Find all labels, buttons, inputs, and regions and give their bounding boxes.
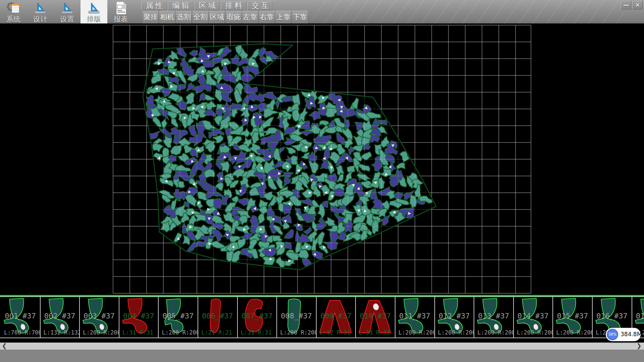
piece-id-label: 005_#37 [159, 312, 197, 320]
tool-snap-bottom[interactable]: 下靠 [292, 11, 308, 23]
minimize-button[interactable]: — [621, 1, 631, 9]
piece-id-label: 002_#37 [41, 312, 79, 320]
tool-defect[interactable]: 瑕疵 [226, 11, 242, 23]
menu-properties[interactable]: 属性 [141, 1, 167, 10]
tool-button-row: 聚排相机选割全割区域瑕疵左靠右靠上靠下靠 [143, 11, 309, 23]
piece-lr-count: L:200 R:200 [556, 329, 593, 336]
thumbnail-001_#37[interactable]: 001_#37L:700 R:700 [1, 297, 41, 338]
memory-percent-indicator: 38% [607, 329, 618, 340]
toolbar-streak-pattern [312, 0, 624, 23]
piece-id-label: 004_#37 [119, 312, 158, 320]
main-toolbar: 系统设计设置排版报表 属性编辑区域排料交互 聚排相机选割全割区域瑕疵左靠右靠上靠… [0, 0, 644, 24]
thumbnail-013_#37[interactable]: 013_#37L:200 R:200 [474, 297, 514, 338]
big-button-report[interactable]: 报表 [107, 0, 134, 23]
nesting-app-window: { "window": { "controls": [ {"name": "mi… [0, 0, 644, 362]
scroll-right-arrow-icon[interactable]: ❯ [635, 343, 643, 350]
piece-lr-count: L:32 R:31 [320, 329, 351, 336]
thumbnail-007_#37[interactable]: 007_#37L:31 R:31 [238, 297, 277, 338]
ruler-icon [60, 1, 74, 15]
big-button-label: 系统 [6, 15, 20, 23]
piece-id-label: 011_#37 [395, 312, 434, 320]
piece-lr-count: L:200 R:200 [83, 329, 119, 336]
tool-camera[interactable]: 相机 [159, 11, 175, 23]
thumbnail-014_#37[interactable]: 014_#37L:200 R:200 [514, 297, 553, 338]
piece-id-label: 009_#37 [317, 312, 355, 320]
piece-id-label: 007_#37 [238, 312, 276, 320]
piece-lr-count: L:200 R:200 [438, 329, 475, 336]
big-button-label: 排版 [87, 15, 101, 23]
piece-lr-count: L:200 R:200 [162, 329, 198, 336]
piece-id-label: 003_#37 [80, 312, 118, 320]
big-button-system[interactable]: 系统 [0, 0, 27, 23]
thumbnail-008_#37[interactable]: 008_#37L:200 R:200 [277, 297, 317, 338]
big-button-settings[interactable]: 设置 [54, 0, 80, 23]
system-icon [6, 1, 21, 15]
thumbnail-010_#37[interactable]: 010_#37L:33 R:33 [356, 297, 395, 338]
piece-id-label: 016_#37 [593, 312, 631, 320]
memory-usage-badge: 38% 384.8M [606, 328, 641, 341]
piece-id-label: 006_#37 [198, 312, 237, 320]
big-button-label: 设计 [33, 15, 47, 23]
big-button-design[interactable]: 设计 [27, 0, 54, 23]
thumbnail-015_#37[interactable]: 015_#37L:200 R:200 [553, 297, 593, 338]
thumbnail-005_#37[interactable]: 005_#37L:200 R:200 [159, 297, 198, 338]
piece-id-label: 015_#37 [553, 312, 592, 320]
piece-lr-count: L:700 R:700 [4, 329, 41, 336]
menu-interact[interactable]: 交互 [247, 1, 273, 10]
tool-cluster-nest[interactable]: 聚排 [143, 11, 159, 23]
big-button-label: 设置 [60, 15, 74, 23]
tool-snap-right[interactable]: 右靠 [259, 11, 275, 23]
nesting-canvas[interactable] [0, 23, 644, 295]
piece-lr-count: L:31 R:31 [122, 329, 153, 336]
close-button[interactable]: ✕ [632, 1, 643, 9]
status-bar [0, 350, 644, 362]
mode-button-group: 系统设计设置排版报表 [0, 0, 134, 23]
tool-select-cut[interactable]: 选割 [176, 11, 192, 23]
horizontal-scrollbar[interactable]: ❮ ❯ [0, 343, 644, 350]
piece-lr-count: L:21 R:21 [201, 329, 232, 336]
thumbnail-002_#37[interactable]: 002_#37L:132 R:132 [41, 297, 80, 338]
thumbnail-list: 001_#37L:700 R:700002_#37L:132 R:132003_… [0, 296, 644, 338]
ruler-icon [33, 1, 48, 15]
piece-lr-count: L:200 R:200 [477, 329, 514, 336]
piece-id-label: 008_#37 [277, 312, 316, 320]
tool-snap-top[interactable]: 上靠 [275, 11, 291, 23]
menu-bar: 属性编辑区域排料交互 [141, 1, 274, 10]
piece-lr-count: L:33 R:33 [359, 329, 390, 336]
thumbnail-009_#37[interactable]: 009_#37L:32 R:31 [317, 297, 356, 338]
thumbnail-012_#37[interactable]: 012_#37L:200 R:200 [435, 297, 475, 338]
piece-id-label: 010_#37 [356, 312, 394, 320]
menu-region[interactable]: 区域 [194, 1, 220, 10]
ruler-icon [87, 1, 101, 15]
piece-lr-count: L:200 R:200 [280, 329, 317, 336]
report-icon [113, 1, 128, 15]
window-controls: —✕ [620, 1, 643, 9]
scroll-left-arrow-icon[interactable]: ❮ [1, 343, 8, 350]
piece-lr-count: L:31 R:31 [241, 329, 272, 336]
piece-thumbnail-strip: 001_#37L:700 R:700002_#37L:132 R:132003_… [0, 295, 644, 343]
tool-cut-all[interactable]: 全割 [193, 11, 209, 23]
memory-size-label: 384.8M [621, 331, 642, 338]
big-button-layout[interactable]: 排版 [80, 0, 107, 23]
menu-nesting[interactable]: 排料 [221, 1, 247, 10]
piece-lr-count: L:200 R:200 [398, 329, 435, 336]
tool-snap-left[interactable]: 左靠 [242, 11, 258, 23]
piece-id-label: 014_#37 [514, 312, 552, 320]
piece-id-label: 001_#37 [1, 312, 40, 320]
piece-lr-count: L:132 R:132 [44, 329, 80, 336]
nesting-canvas-svg [0, 23, 644, 295]
piece-lr-count: L:200 R:200 [517, 329, 553, 336]
thumbnail-006_#37[interactable]: 006_#37L:21 R:21 [198, 297, 238, 338]
thumbnail-004_#37[interactable]: 004_#37L:31 R:31 [119, 297, 159, 338]
piece-id-label: 012_#37 [435, 312, 474, 320]
big-button-label: 报表 [114, 15, 128, 23]
piece-id-label: 013_#37 [474, 312, 513, 320]
tool-zone[interactable]: 区域 [209, 11, 225, 23]
piece-id-label: 017_#37 [632, 312, 644, 320]
thumbnail-003_#37[interactable]: 003_#37L:200 R:200 [80, 297, 119, 338]
menu-edit[interactable]: 编辑 [168, 1, 194, 10]
thumbnail-011_#37[interactable]: 011_#37L:200 R:200 [395, 297, 435, 338]
